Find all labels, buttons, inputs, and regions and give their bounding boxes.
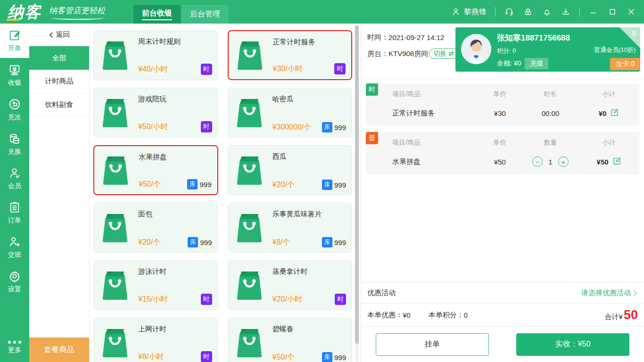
stock-count: 999 bbox=[334, 354, 346, 362]
select-promo-link[interactable]: 请选择优惠活动 bbox=[581, 288, 638, 297]
increase-qty-button[interactable]: + bbox=[558, 156, 569, 167]
shopping-bag-icon bbox=[100, 327, 130, 359]
product-card[interactable]: 游戏陪玩¥50/小时时 bbox=[93, 88, 218, 138]
product-card[interactable]: 水果拼盘¥50/个库999 bbox=[93, 145, 218, 195]
shopping-bag-icon bbox=[235, 97, 264, 129]
product-card[interactable]: 正常计时服务¥30/小时时 bbox=[228, 30, 353, 80]
stock-count: 999 bbox=[199, 181, 211, 189]
scrollbar-thumb[interactable] bbox=[355, 25, 359, 344]
top-bar: 纳客 纳客管店更轻松 前台收银后台管理 黎燕锋 bbox=[0, 0, 644, 24]
sidebar-item-recharge[interactable]: 充次 bbox=[0, 92, 29, 127]
back-button[interactable]: 返回 bbox=[29, 24, 89, 46]
tab-backend-admin[interactable]: 后台管理 bbox=[182, 5, 229, 24]
sidebar-item-order-pad[interactable]: 开单 bbox=[0, 24, 29, 58]
edit-item-icon[interactable] bbox=[610, 108, 619, 118]
shift-icon bbox=[8, 235, 21, 248]
lock-icon[interactable] bbox=[523, 7, 533, 17]
product-card[interactable]: 哈密瓜¥300000/个库999 bbox=[228, 88, 353, 138]
product-card[interactable]: 西瓜¥20/个库999 bbox=[228, 145, 353, 195]
stock-count: 999 bbox=[334, 123, 346, 132]
sidebar-item-member[interactable]: 会员 bbox=[0, 161, 29, 196]
maximize-button[interactable] bbox=[607, 7, 618, 17]
product-price: ¥40/小时 bbox=[138, 65, 168, 74]
exchange-icon bbox=[8, 132, 21, 145]
item-price: ¥50 bbox=[481, 148, 519, 166]
minimize-button[interactable] bbox=[588, 7, 599, 17]
stock-badge: 库 bbox=[188, 237, 198, 247]
decrease-qty-button[interactable]: − bbox=[532, 156, 543, 167]
product-name: 碧螺春 bbox=[272, 325, 347, 334]
category-item-0[interactable]: 全部 bbox=[29, 46, 89, 70]
product-price: ¥8/个 bbox=[272, 238, 290, 247]
product-card[interactable]: 游泳计时¥15/小时时 bbox=[93, 260, 218, 310]
product-card[interactable]: 面包¥20/个库999 bbox=[93, 203, 218, 253]
download-icon[interactable] bbox=[561, 7, 571, 17]
sidebar-item-more[interactable]: 更多 bbox=[0, 333, 29, 362]
tab-front-cashier[interactable]: 前台收银 bbox=[133, 5, 181, 24]
sidebar-item-orders[interactable]: 订单 bbox=[0, 196, 29, 230]
package-products-button[interactable]: 套餐商品 bbox=[29, 337, 89, 362]
pay-button[interactable]: 实收：¥50 bbox=[516, 333, 629, 356]
shopping-bag-icon bbox=[100, 269, 130, 301]
stock-badge: 库 bbox=[322, 180, 332, 190]
product-card[interactable]: 碧螺春¥50/个库999 bbox=[228, 318, 353, 362]
time-badge: 时 bbox=[201, 351, 212, 362]
product-name: 周末计时规则 bbox=[138, 37, 212, 46]
product-card[interactable]: 周末计时规则¥40/小时时 bbox=[93, 30, 218, 80]
shopping-bag-icon bbox=[235, 212, 264, 244]
chevron-left-icon bbox=[49, 32, 54, 38]
divider bbox=[579, 7, 580, 16]
room-value: KTV908房间 bbox=[388, 49, 428, 58]
product-card[interactable]: 上网计时¥8/小时时 bbox=[93, 318, 218, 362]
product-price: ¥20/个 bbox=[138, 238, 160, 247]
member-card: 张知寒18871756688 积分: 0 余额: ¥0 充值 普通会员(10折)… bbox=[455, 27, 640, 72]
group-tag: 时 bbox=[366, 83, 378, 96]
category-item-1[interactable]: 计时商品 bbox=[29, 70, 89, 93]
item-quantity: 1 bbox=[548, 158, 552, 166]
category-item-2[interactable]: 饮料副食 bbox=[29, 93, 89, 117]
stock-badge: 库 bbox=[322, 352, 332, 362]
member-icon bbox=[8, 166, 21, 180]
time-value: 2021-09-27 14:12 bbox=[388, 33, 444, 41]
hold-order-button[interactable]: 挂单 bbox=[376, 333, 489, 356]
headset-icon[interactable] bbox=[504, 7, 514, 17]
time-badge: 时 bbox=[201, 294, 212, 305]
order-points-label: 本单积分： bbox=[429, 311, 464, 320]
time-badge: 时 bbox=[334, 63, 346, 74]
item-duration: 00:00 bbox=[542, 109, 560, 117]
current-user[interactable]: 黎燕锋 bbox=[451, 7, 487, 17]
remove-member-icon[interactable] bbox=[630, 30, 638, 39]
grid-scrollbar[interactable] bbox=[355, 24, 359, 362]
product-price: ¥300000/个 bbox=[272, 123, 312, 132]
times-card-button[interactable]: 次卡:0 bbox=[610, 58, 640, 70]
room-label: 房台： bbox=[367, 49, 388, 58]
product-name: 游泳计时 bbox=[138, 267, 212, 276]
orders-icon bbox=[8, 201, 21, 214]
sidebar-item-exchange[interactable]: 兑换 bbox=[0, 127, 29, 161]
shopping-bag-icon bbox=[101, 154, 130, 186]
recharge-button[interactable]: 充值 bbox=[525, 58, 548, 69]
bell-icon[interactable] bbox=[542, 7, 552, 17]
order-group: 普项目/商品单价数量小计水果拼盘¥50−1+¥50 bbox=[366, 132, 639, 174]
product-name: 哈密瓜 bbox=[272, 95, 347, 104]
product-name: 西瓜 bbox=[272, 152, 347, 161]
sidebar-item-shift[interactable]: 交班 bbox=[0, 230, 29, 264]
sidebar-item-settings[interactable]: 设置 bbox=[0, 264, 29, 299]
product-name: 上网计时 bbox=[138, 325, 212, 334]
edit-item-icon[interactable] bbox=[612, 156, 621, 167]
product-price: ¥20/个 bbox=[272, 180, 295, 190]
sidebar-item-cashier[interactable]: 收银 bbox=[0, 58, 29, 92]
product-grid-area: 周末计时规则¥40/小时时正常计时服务¥30/小时时游戏陪玩¥50/小时时哈密瓜… bbox=[90, 24, 361, 362]
stock-badge: 库 bbox=[322, 122, 332, 132]
switch-room-button[interactable]: 切换 bbox=[429, 49, 459, 59]
product-name: 水果拼盘 bbox=[139, 153, 212, 162]
product-card[interactable]: 乐事黄瓜味薯片¥8/个库999 bbox=[228, 203, 353, 253]
item-subtotal: ¥0 bbox=[599, 109, 607, 117]
product-name: 面包 bbox=[138, 210, 212, 219]
close-button[interactable] bbox=[626, 7, 636, 17]
item-name: 正常计时服务 bbox=[370, 99, 481, 118]
product-name: 游戏陪玩 bbox=[138, 95, 212, 104]
product-card[interactable]: 蒸桑拿计时¥20/小时时 bbox=[228, 260, 353, 310]
member-points: 积分: 0 bbox=[497, 47, 594, 55]
member-balance: 余额: ¥0 bbox=[497, 59, 521, 68]
